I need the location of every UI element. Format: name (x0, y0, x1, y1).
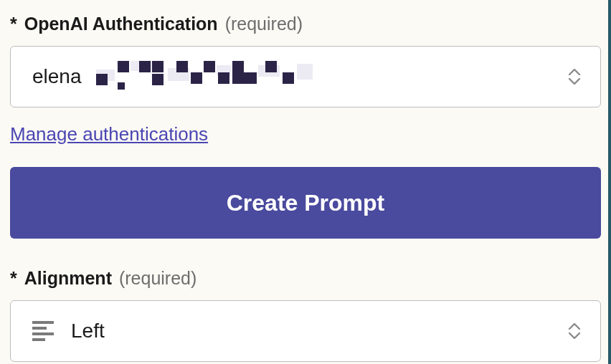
chevron-up-down-icon (567, 322, 582, 340)
alignment-required-text: (required) (119, 267, 196, 289)
chevron-up-down-icon (567, 68, 582, 85)
align-left-icon (32, 321, 54, 341)
alignment-select[interactable]: Left (10, 300, 601, 362)
alignment-field-label: * Alignment (required) (10, 267, 601, 289)
auth-field-label: * OpenAI Authentication (required) (10, 13, 601, 34)
alignment-label-text: Alignment (24, 267, 112, 289)
redacted-mask (96, 61, 318, 92)
auth-selected-value: elena (32, 65, 82, 88)
alignment-selected-value: Left (71, 320, 105, 343)
auth-required-text: (required) (225, 13, 303, 34)
panel-right-border (608, 0, 611, 364)
auth-select[interactable]: elena (10, 46, 601, 107)
auth-label-text: OpenAI Authentication (24, 13, 218, 34)
required-marker: * (10, 267, 17, 289)
required-marker: * (10, 13, 17, 34)
manage-authentications-link[interactable]: Manage authentications (10, 123, 208, 145)
create-prompt-button[interactable]: Create Prompt (10, 167, 601, 239)
